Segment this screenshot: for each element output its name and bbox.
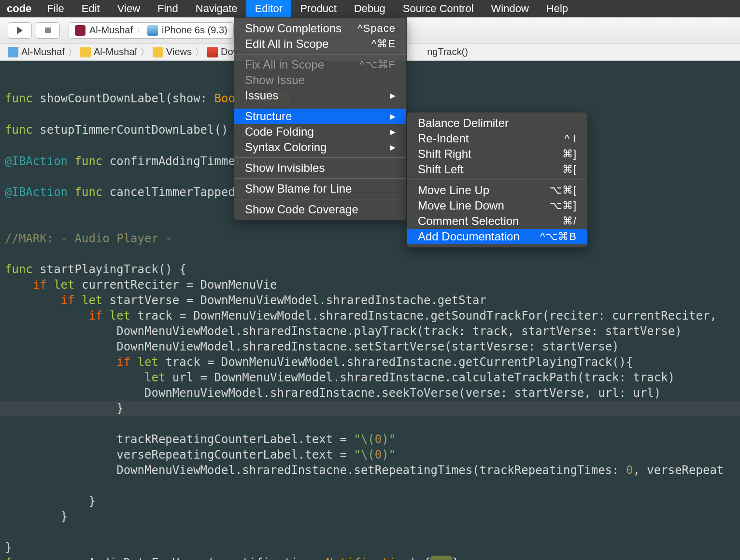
menu-item-label: Re-Indent [418,132,469,145]
code-keyword: func [5,92,33,105]
code-attribute: @IBAction [5,154,68,168]
code-keyword: let [47,278,75,292]
menu-item-label: Comment Selection [418,214,519,228]
menu-view[interactable]: View [109,0,149,17]
menu-item-move-line-up[interactable]: Move Line Up⌥⌘[ [407,182,587,198]
menu-product[interactable]: Product [291,0,345,17]
menu-item-label: Edit All in Scope [245,37,328,51]
menu-item-balance-delimiter[interactable]: Balance Delimiter [407,115,587,131]
menu-help[interactable]: Help [538,0,577,17]
menu-file[interactable]: File [38,0,72,17]
code-text: notification: [221,556,326,560]
menu-item-add-documentation[interactable]: Add Documentation^⌥⌘B [407,229,587,244]
menu-item-shift-right[interactable]: Shift Right⌘] [407,146,587,162]
menu-shortcut: ^Space [357,22,396,35]
code-type: Notification [326,556,410,560]
code-keyword: func [5,263,33,276]
menu-debug[interactable]: Debug [345,0,394,17]
code-string: )" [382,448,396,462]
code-text: } [5,541,12,554]
menu-shortcut: ^⌥⌘B [540,230,577,243]
code-text: cancelTimmerTapped( [102,185,242,199]
code-text: showCountDownLabel(show: [33,92,214,105]
menu-item-structure[interactable]: Structure▶ [234,109,406,124]
menu-item-label: Issues [245,89,278,102]
menu-item-issues[interactable]: Issues▶ [234,88,406,103]
menu-item-label: Fix All in Scope [245,58,324,71]
menu-editor[interactable]: Editor [246,0,291,17]
menu-item-show-invisibles[interactable]: Show Invisibles [234,160,406,176]
breadcrumb-item[interactable]: Views [166,46,192,57]
menu-navigate[interactable]: Navigate [187,0,246,17]
menu-item-label: Show Completions [245,22,342,35]
menu-item-show-issue: Show Issue [234,72,406,88]
menu-item-label: Balance Delimiter [418,116,509,130]
folder-icon [80,47,91,57]
menu-item-label: Structure [245,110,292,123]
code-keyword: let [144,371,165,384]
structure-submenu: Balance Delimiter Re-Indent^ I Shift Rig… [407,112,588,248]
code-string: "\( [354,448,374,462]
device-icon [147,25,158,36]
menu-window[interactable]: Window [483,0,538,17]
code-comment: //MARK: - Audio Player - [5,232,172,245]
menu-item-show-blame[interactable]: Show Blame for Line [234,181,406,196]
code-keyword: func [68,185,102,199]
code-text: DownMenuViewModel.shraredInstacne.seekTo… [144,386,661,400]
menu-shortcut: ⌘[ [562,163,577,176]
code-text: prepareAudioDataForVerse( [33,556,214,560]
menu-edit[interactable]: Edit [73,0,109,17]
code-string: )" [382,433,396,446]
code-text: DownMenuViewModel.shraredInstacne.setSta… [116,340,619,353]
menu-item-show-code-coverage[interactable]: Show Code Coverage [234,202,406,217]
menu-item-comment-selection[interactable]: Comment Selection⌘/ [407,213,587,229]
code-keyword: func [5,123,33,137]
breadcrumb-item[interactable]: Al-Mushaf [94,46,137,57]
menu-item-label: Code Folding [245,125,314,139]
menu-item-move-line-down[interactable]: Move Line Down⌥⌘] [407,198,587,213]
menu-source-control[interactable]: Source Control [394,0,483,17]
code-text: ) { [410,556,430,560]
code-text: track = DownMenuViewModel.shraredInstacn… [158,355,633,369]
scheme-selector[interactable]: Al-Mushaf 〉 iPhone 6s (9.3) [69,22,234,39]
swift-file-icon [207,47,218,57]
code-text: DownMenuViewModel.shraredInstacne.playTr… [116,324,682,338]
scheme-device-label: iPhone 6s (9.3) [162,25,228,36]
code-text: startVerse = DownMenuViewModel.shraredIn… [102,294,486,307]
menu-item-syntax-coloring[interactable]: Syntax Coloring▶ [234,140,406,155]
code-string: "\( [354,433,374,446]
chevron-right-icon: ▶ [390,143,396,151]
code-keyword: if [61,294,75,307]
stop-button[interactable] [36,22,60,39]
menu-item-show-completions[interactable]: Show Completions^Space [234,21,406,36]
fold-badge[interactable]: ••• [430,556,452,560]
menu-shortcut: ⌥⌘] [550,199,577,212]
menu-shortcut: ⌥⌘[ [550,184,577,196]
menu-find[interactable]: Find [149,0,187,17]
menu-item-code-folding[interactable]: Code Folding▶ [234,124,406,140]
code-text: startPlayingTrack() { [33,263,186,276]
chevron-right-icon: ▶ [390,92,396,99]
menu-item-label: Move Line Up [418,183,489,197]
run-button[interactable] [8,22,32,39]
chevron-right-icon: ▶ [390,112,396,120]
menubar: code File Edit View Find Navigate Editor… [0,0,740,17]
menu-item-edit-all-in-scope[interactable]: Edit All in Scope^⌘E [234,36,406,52]
chevron-right-icon: 〉 [137,26,143,35]
breadcrumb-item[interactable]: Al-Mushaf [21,46,65,57]
menu-item-label: Syntax Coloring [245,140,327,154]
menu-separator [234,54,406,55]
menu-item-label: Show Code Coverage [245,203,358,216]
menu-item-re-indent[interactable]: Re-Indent^ I [407,131,587,146]
code-text: } [88,494,95,508]
menu-item-label: Add Documentation [418,230,520,243]
menu-item-shift-left[interactable]: Shift Left⌘[ [407,162,587,177]
chevron-right-icon: ▶ [390,128,396,136]
breadcrumb-symbol[interactable]: ngTrack() [427,46,468,57]
code-text: currentReciter = DownMenuVie [75,278,277,292]
chevron-right-icon: 〉 [68,45,77,58]
code-text: } [116,402,123,415]
menu-item-label: Shift Left [418,163,464,176]
code-text: url = DownMenuViewModel.shraredInstacne.… [165,371,675,384]
code-text: DownMenuViewModel.shraredInstacne.setRep… [116,463,626,477]
